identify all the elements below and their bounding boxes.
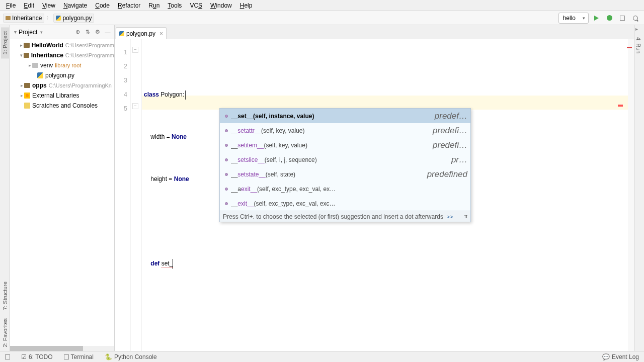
menu-code[interactable]: Code bbox=[91, 1, 114, 10]
autocomplete-item[interactable]: __aexit__(self, exc_type, exc_val, ex… bbox=[220, 182, 470, 196]
caret-icon bbox=[173, 259, 173, 269]
search-everywhere-button[interactable] bbox=[630, 13, 641, 24]
autocomplete-label: __setslice__(self, i, j, sequence) bbox=[231, 156, 446, 163]
autocomplete-hint-text: Press Ctrl+. to choose the selected (or … bbox=[223, 213, 443, 220]
line-number: 5 bbox=[115, 102, 127, 116]
expand-arrow-icon[interactable]: ▸ bbox=[27, 63, 32, 68]
project-scrollbar[interactable] bbox=[10, 346, 114, 351]
project-tree: ▸ HelloWorld C:\Users\Programm ▾ Inherit… bbox=[10, 39, 114, 346]
debug-button[interactable] bbox=[604, 13, 615, 24]
tree-node-external-libraries[interactable]: ▸ External Libraries bbox=[10, 90, 114, 101]
autocomplete-item[interactable]: __setattr__(self, key, value)predefi… bbox=[220, 123, 470, 138]
menu-run[interactable]: Run bbox=[144, 1, 164, 10]
chevron-down-icon[interactable]: ▾ bbox=[40, 30, 43, 35]
menu-refactor[interactable]: Refactor bbox=[114, 1, 144, 10]
fold-gutter: − − bbox=[131, 39, 142, 351]
stop-button[interactable] bbox=[617, 13, 628, 24]
folder-icon bbox=[24, 53, 29, 58]
collapse-arrow-icon[interactable]: ▾ bbox=[19, 53, 24, 58]
run-configuration-selector[interactable]: hello ▾ bbox=[558, 13, 589, 24]
autocomplete-item[interactable]: __setslice__(self, i, j, sequence)pr… bbox=[220, 152, 470, 167]
autocomplete-origin: predefi… bbox=[433, 140, 467, 150]
panel-menu-icon[interactable]: ▾ bbox=[14, 29, 17, 35]
menu-view[interactable]: View bbox=[38, 1, 59, 10]
hide-panel-button[interactable]: — bbox=[103, 28, 112, 37]
autocomplete-more-link[interactable]: >> bbox=[447, 214, 453, 220]
status-todo-label: 6: TODO bbox=[29, 353, 53, 360]
status-terminal[interactable]: Terminal bbox=[62, 353, 96, 361]
status-python-console[interactable]: 🐍 Python Console bbox=[103, 353, 159, 361]
breadcrumb-file[interactable]: polygon.py bbox=[53, 14, 94, 23]
menu-window[interactable]: Window bbox=[206, 1, 236, 10]
autocomplete-label: __set__(self, instance, value) bbox=[231, 113, 430, 120]
tree-node-polygon-file[interactable]: polygon.py bbox=[10, 70, 114, 80]
tool-tab-favorites[interactable]: 2: Favorites bbox=[1, 314, 9, 351]
line-gutter: 1 2 3 4 5 bbox=[115, 39, 131, 351]
status-hide-windows[interactable] bbox=[3, 354, 12, 360]
expand-arrow-icon[interactable]: ▸ bbox=[19, 43, 24, 48]
method-icon bbox=[225, 129, 228, 132]
breadcrumb-project[interactable]: Inheritance bbox=[3, 14, 44, 23]
run-button[interactable] bbox=[591, 13, 602, 24]
library-icon bbox=[24, 93, 30, 99]
code-identifier: set_ bbox=[162, 260, 173, 267]
menu-vcs[interactable]: VCS bbox=[186, 1, 206, 10]
menu-file[interactable]: File bbox=[2, 1, 20, 10]
editor-tab-label: polygon.py bbox=[126, 30, 155, 37]
tree-node-helloworld[interactable]: ▸ HelloWorld C:\Users\Programm bbox=[10, 40, 114, 50]
autocomplete-item[interactable]: __exit__(self, exc_type, exc_val, exc… bbox=[220, 196, 470, 211]
code-keyword: None bbox=[174, 175, 189, 183]
tree-node-scratches[interactable]: Scratches and Consoles bbox=[10, 101, 114, 111]
settings-button[interactable]: ⚙ bbox=[93, 28, 102, 37]
toolbar-right: hello ▾ bbox=[558, 13, 641, 24]
autocomplete-label: __exit__(self, exc_type, exc_val, exc… bbox=[231, 200, 467, 207]
status-event-log[interactable]: 💬 Event Log bbox=[600, 353, 641, 361]
locate-file-button[interactable]: ⊕ bbox=[73, 28, 82, 37]
status-console-label: Python Console bbox=[114, 353, 157, 360]
menu-edit[interactable]: Edit bbox=[20, 1, 38, 10]
autocomplete-item[interactable]: __set__(self, instance, value)predef… bbox=[220, 109, 470, 123]
menu-navigate[interactable]: Navigate bbox=[59, 1, 91, 10]
menu-tools[interactable]: Tools bbox=[164, 1, 186, 10]
tree-label: External Libraries bbox=[32, 92, 79, 99]
status-terminal-label: Terminal bbox=[71, 353, 94, 360]
tree-path: C:\Users\Programm bbox=[65, 42, 114, 48]
menu-help[interactable]: Help bbox=[236, 1, 257, 10]
pi-icon[interactable]: π bbox=[464, 213, 467, 220]
tree-label: HelloWorld bbox=[32, 42, 63, 49]
code-keyword: None bbox=[172, 133, 187, 140]
scratch-icon bbox=[24, 103, 30, 109]
tree-node-inheritance[interactable]: ▾ Inheritance C:\Users\Programm bbox=[10, 50, 114, 60]
status-todo[interactable]: ☑ 6: TODO bbox=[19, 353, 55, 361]
autocomplete-item[interactable]: __setitem__(self, key, value)predefi… bbox=[220, 138, 470, 152]
expand-arrow-icon[interactable]: ▸ bbox=[19, 83, 24, 88]
line-number: 2 bbox=[115, 59, 127, 73]
stop-icon bbox=[620, 16, 625, 21]
tree-node-opps[interactable]: ▸ opps C:\Users\ProgrammingKn bbox=[10, 80, 114, 90]
text-cursor-icon bbox=[185, 90, 186, 100]
chevron-down-icon: ▾ bbox=[583, 16, 585, 21]
fold-toggle-icon[interactable]: − bbox=[132, 103, 138, 109]
editor-tab-polygon[interactable]: polygon.py × bbox=[116, 27, 167, 39]
run-config-name: hello bbox=[563, 15, 576, 22]
error-stripe-mark[interactable] bbox=[627, 47, 632, 48]
tool-tab-structure[interactable]: 7: Structure bbox=[1, 278, 9, 314]
code-text: height = bbox=[144, 175, 174, 183]
bug-icon bbox=[607, 15, 612, 21]
tool-tab-run[interactable]: 4: Run bbox=[635, 35, 641, 55]
close-tab-icon[interactable]: × bbox=[159, 30, 163, 37]
tree-node-venv[interactable]: ▸ venv library root bbox=[10, 60, 114, 70]
menu-bar: File Edit View Navigate Code Refactor Ru… bbox=[0, 0, 644, 11]
status-event-label: Event Log bbox=[612, 353, 639, 360]
fold-toggle-icon[interactable]: − bbox=[132, 47, 138, 53]
code-keyword: def bbox=[150, 260, 159, 267]
left-tool-tabs: 1: Project 7: Structure 2: Favorites bbox=[0, 25, 10, 351]
error-marker[interactable] bbox=[618, 105, 623, 107]
tool-tab-project[interactable]: 1: Project bbox=[1, 27, 9, 58]
editor-scrollbar[interactable] bbox=[628, 39, 634, 351]
autocomplete-item[interactable]: __setstate__(self, state)predefined bbox=[220, 167, 470, 182]
collapse-all-button[interactable]: ⇅ bbox=[83, 28, 92, 37]
expand-arrow-icon[interactable]: ▸ bbox=[19, 93, 24, 98]
right-tool-tabs: ▸ 4: Run bbox=[634, 25, 644, 351]
hide-right-icon[interactable]: ▸ bbox=[635, 26, 638, 32]
